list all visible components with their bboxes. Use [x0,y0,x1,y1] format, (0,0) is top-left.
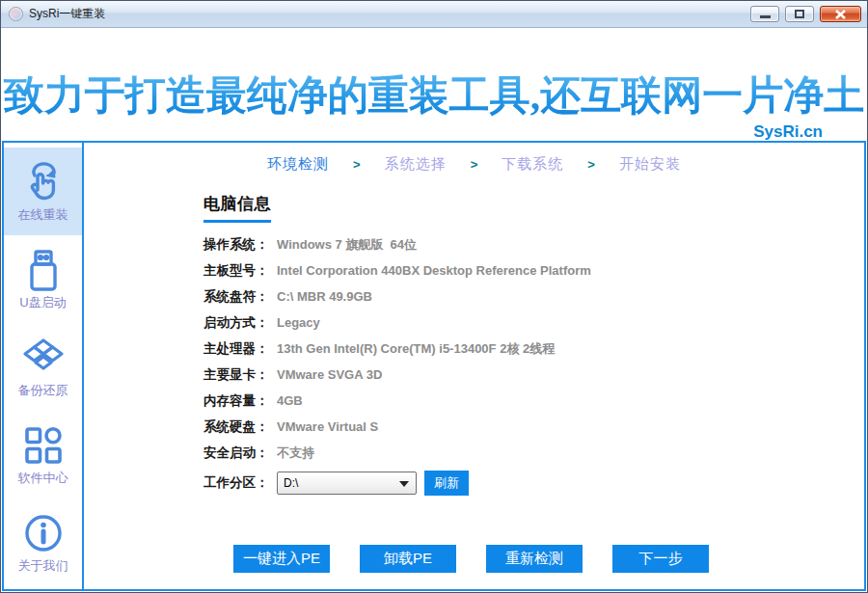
info-row-motherboard: 主板型号： Intel Corporation 440BX Desktop Re… [203,262,864,280]
close-button[interactable] [820,6,861,22]
partition-select[interactable]: D:\ [277,472,417,495]
info-row-secure-boot: 安全启动： 不支持 [203,445,864,462]
window-title: SysRi一键重装 [29,6,750,22]
uninstall-pe-button[interactable]: 卸载PE [360,545,456,573]
sidebar-item-label: 关于我们 [18,557,68,575]
sidebar-item-software-center[interactable]: 软件中心 [4,411,82,499]
info-label: 内存容量： [203,392,277,410]
backup-restore-icon [21,336,66,380]
info-label: 主要显卡： [203,366,277,384]
site-label: SysRi.cn [753,122,823,142]
app-window: SysRi一键重装 致力于打造最纯净的重装工具,还互联网一片净土 SysRi.c… [0,0,868,593]
title-bar: SysRi一键重装 [1,1,867,28]
maximize-button[interactable] [785,6,814,22]
info-row-hard-disk: 系统硬盘： VMware Virtual S [203,418,864,436]
step-start-install: 开始安装 [619,155,681,174]
info-label: 工作分区： [203,474,277,492]
about-us-icon [21,511,66,555]
close-icon [835,10,846,19]
main-area: 在线重装 U盘启动 备份还原 [2,141,866,591]
minimize-button[interactable] [750,6,779,22]
info-value: 13th Gen Intel(R) Core(TM) i5-13400F 2核 … [277,340,555,358]
sidebar-item-about-us[interactable]: 关于我们 [4,499,82,586]
info-value: VMware Virtual S [277,418,378,436]
recheck-button[interactable]: 重新检测 [486,545,583,573]
info-label: 主处理器： [203,340,277,358]
step-breadcrumb: 环境检测 > 系统选择 > 下载系统 > 开始安装 [84,155,864,174]
sidebar: 在线重装 U盘启动 备份还原 [4,143,84,589]
info-value: C:\ MBR 49.9GB [277,288,372,306]
section-title-underline [203,220,271,223]
info-row-system-drive: 系统盘符： C:\ MBR 49.9GB [203,288,864,306]
app-logo-icon [9,7,23,21]
step-download-system: 下载系统 [502,155,563,174]
info-label: 启动方式： [203,314,277,332]
info-row-memory: 内存容量： 4GB [203,392,864,410]
sidebar-item-label: 软件中心 [18,470,68,487]
info-value: Windows 7 旗舰版 64位 [277,236,417,254]
step-separator-icon: > [353,157,361,172]
section-title: 电脑信息 [203,193,864,215]
sidebar-item-label: U盘启动 [19,294,66,311]
sidebar-item-label: 备份还原 [18,382,68,399]
info-value: 4GB [277,392,303,410]
content-panel: 环境检测 > 系统选择 > 下载系统 > 开始安装 电脑信息 操作系统： Win… [84,143,864,589]
refresh-button[interactable]: 刷新 [424,471,469,496]
window-controls [750,6,861,22]
info-row-cpu: 主处理器： 13th Gen Intel(R) Core(TM) i5-1340… [203,340,864,358]
software-center-icon [21,423,66,468]
action-button-bar: 一键进入PE 卸载PE 重新检测 下一步 [233,545,709,573]
info-value: Legacy [277,314,320,332]
header-banner: 致力于打造最纯净的重装工具,还互联网一片净土 SysRi.cn [1,28,867,141]
info-value: 不支持 [277,445,314,462]
sidebar-item-online-reinstall[interactable]: 在线重装 [4,148,82,235]
info-label: 系统硬盘： [203,418,277,436]
enter-pe-button[interactable]: 一键进入PE [233,545,330,573]
sidebar-item-backup-restore[interactable]: 备份还原 [4,323,82,411]
info-label: 系统盘符： [203,288,277,306]
partition-selected-value: D:\ [284,476,298,490]
maximize-icon [795,10,804,18]
info-row-gpu: 主要显卡： VMware SVGA 3D [203,366,864,384]
work-partition-row: 工作分区： D:\ 刷新 [203,471,864,496]
info-value: VMware SVGA 3D [277,366,382,384]
sidebar-item-usb-boot[interactable]: U盘启动 [4,235,82,323]
info-label: 主板型号： [203,262,277,280]
section-title-wrap: 电脑信息 [203,193,864,223]
step-separator-icon: > [471,157,478,172]
info-row-boot-mode: 启动方式： Legacy [203,314,864,332]
chevron-down-icon [399,481,409,487]
step-separator-icon: > [587,157,595,172]
sidebar-item-label: 在线重装 [18,206,68,224]
step-system-select: 系统选择 [385,155,447,174]
slogan-text: 致力于打造最纯净的重装工具,还互联网一片净土 [1,68,867,122]
info-row-os: 操作系统： Windows 7 旗舰版 64位 [203,236,864,254]
info-label: 操作系统： [203,236,277,254]
minimize-icon [760,15,771,18]
online-reinstall-icon [21,160,66,204]
next-step-button[interactable]: 下一步 [612,545,709,573]
info-label: 安全启动： [203,445,277,462]
info-value: Intel Corporation 440BX Desktop Referenc… [277,262,591,280]
usb-boot-icon [21,248,66,292]
step-env-check: 环境检测 [267,155,329,174]
